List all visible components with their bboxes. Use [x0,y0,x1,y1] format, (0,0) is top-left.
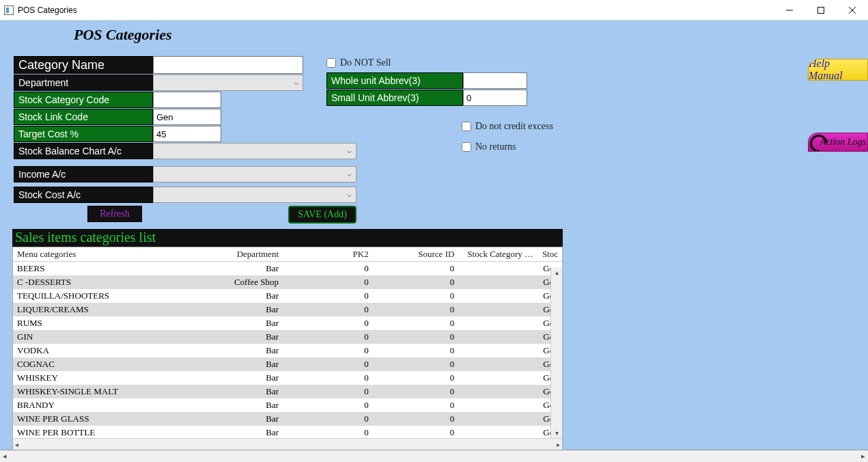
scroll-up-icon[interactable]: ▴ [555,267,559,277]
label-category-name: Category Name [14,56,153,74]
label-income-ac: Income A/c [14,166,153,182]
grid-horizontal-scrollbar[interactable]: ◂ ▸ [13,438,562,450]
col-header-source-id[interactable]: Source ID [373,247,459,261]
cell [458,281,537,284]
cell [458,404,537,407]
col-header-stock-category[interactable]: Stock Category … [458,247,537,261]
stock-link-code-input[interactable] [153,109,221,125]
label-small-unit-abbrev: Small Unit Abbrev(3) [326,90,463,106]
cell: TEQUILLA/SHOOTERS [13,289,175,303]
scroll-left-icon[interactable]: ◂ [15,441,18,448]
cell: Bar [175,289,283,303]
right-panel: Do NOT Sell Whole unit Abbrev(3) Small U… [326,56,586,157]
window-close-button[interactable] [837,0,868,21]
table-row[interactable]: COGNACBar00Gen [13,357,562,371]
cell: Bar [175,330,283,344]
cell [458,363,537,366]
table-row[interactable]: BEERSBar00Gen [13,262,562,275]
col-header-menu[interactable]: Menu categories [13,247,175,261]
table-row[interactable]: RUMSBar00Gen [13,316,562,330]
col-header-pk2[interactable]: PK2 [283,247,373,261]
table-row[interactable]: BRANDYBar00Gen [13,398,562,412]
grid-panel: Sales items categories list Menu categor… [12,229,563,450]
cell: 0 [373,371,459,385]
cell: C -DESSERTS [13,275,175,289]
window-minimize-button[interactable] [774,0,805,21]
cell: Bar [175,262,283,275]
table-row[interactable]: WHISKEY-SINGLE MALTBar00Gen [13,385,562,398]
grid-title: Sales items categories list [12,229,563,247]
cell: 0 [373,426,459,439]
stock-cost-ac-select[interactable] [153,187,356,203]
table-row[interactable]: GINBar00Gen [13,330,562,344]
table-row[interactable]: WINE PER GLASSBar00Gen [13,412,562,426]
stock-category-code-input[interactable] [153,92,221,108]
help-manual-tab[interactable]: Help Manual [808,59,868,81]
col-header-department[interactable]: Department [175,247,283,261]
do-not-sell-label: Do NOT Sell [340,57,391,68]
do-not-credit-excess-input[interactable] [462,122,471,131]
income-ac-select[interactable] [153,166,356,182]
department-select[interactable] [153,74,303,91]
label-target-cost-pct: Target Cost % [14,126,153,142]
table-row[interactable]: C -DESSERTSCoffee Shop00Gen [13,275,562,289]
cell: BEERS [13,262,175,275]
action-logs-tab[interactable]: Action Logs [808,133,868,152]
table-row[interactable]: WHISKEYBar00Gen [13,371,562,385]
small-unit-abbrev-input[interactable] [463,90,527,106]
cell: Bar [175,303,283,316]
label-whole-unit-abbrev: Whole unit Abbrev(3) [326,72,463,89]
cell: VODKA [13,344,175,357]
cell: 0 [373,357,459,371]
cell: 0 [373,330,459,344]
save-button[interactable]: SAVE (Add) [288,206,356,223]
cell [458,418,537,420]
table-row[interactable]: WINE PER BOTTLEBar00Gen [13,426,562,439]
scroll-down-icon[interactable]: ▾ [555,428,559,438]
label-stock-category-code: Stock Category Code [14,92,153,108]
form-horizontal-scrollbar[interactable]: ◂ ▸ [0,450,868,462]
do-not-credit-excess-checkbox[interactable]: Do not credit excess [462,121,586,132]
no-returns-checkbox[interactable]: No returns [462,141,586,152]
cell: 0 [283,412,373,426]
table-row[interactable]: LIQUER/CREAMSBar00Gen [13,303,562,316]
help-manual-label: Help Manual [809,59,866,81]
cell: 0 [283,385,373,398]
do-not-sell-checkbox[interactable]: Do NOT Sell [326,57,586,68]
category-name-input[interactable] [153,56,303,74]
cell: 0 [283,275,373,289]
grid-body[interactable]: BEERSBar00GenC -DESSERTSCoffee Shop00Gen… [13,262,562,450]
cell: 0 [373,275,459,289]
cell [458,295,537,297]
cell: COGNAC [13,357,175,371]
cell: 0 [283,426,373,439]
categories-grid[interactable]: Menu categories Department PK2 Source ID… [12,247,563,450]
form-scroll-right-icon[interactable]: ▸ [861,452,865,461]
cell: WINE PER BOTTLE [13,426,175,439]
grid-vertical-scrollbar[interactable]: ▴ ▾ [550,267,562,438]
cell: 0 [373,289,459,303]
no-returns-input[interactable] [462,142,471,152]
scroll-right-icon[interactable]: ▸ [557,441,560,448]
cell [458,349,537,352]
app-icon [4,5,14,15]
cell: Bar [175,357,283,371]
target-cost-pct-input[interactable] [153,126,221,142]
cell: 0 [283,330,373,344]
cell: 0 [283,344,373,357]
refresh-button[interactable]: Refresh [87,206,142,222]
table-row[interactable]: TEQUILLA/SHOOTERSBar00Gen [13,289,562,303]
form-scroll-left-icon[interactable]: ◂ [3,452,7,461]
cell: 0 [373,398,459,412]
no-returns-label: No returns [475,141,516,152]
window-maximize-button[interactable] [805,0,837,21]
cell: 0 [373,303,459,316]
table-row[interactable]: VODKABar00Gen [13,344,562,357]
cell: Bar [175,398,283,412]
do-not-sell-input[interactable] [326,58,336,68]
cell: BRANDY [13,398,175,412]
whole-unit-abbrev-input[interactable] [463,72,527,89]
cell: 0 [283,316,373,330]
cell: 0 [283,262,373,275]
col-header-stoc[interactable]: Stoc [537,247,562,261]
